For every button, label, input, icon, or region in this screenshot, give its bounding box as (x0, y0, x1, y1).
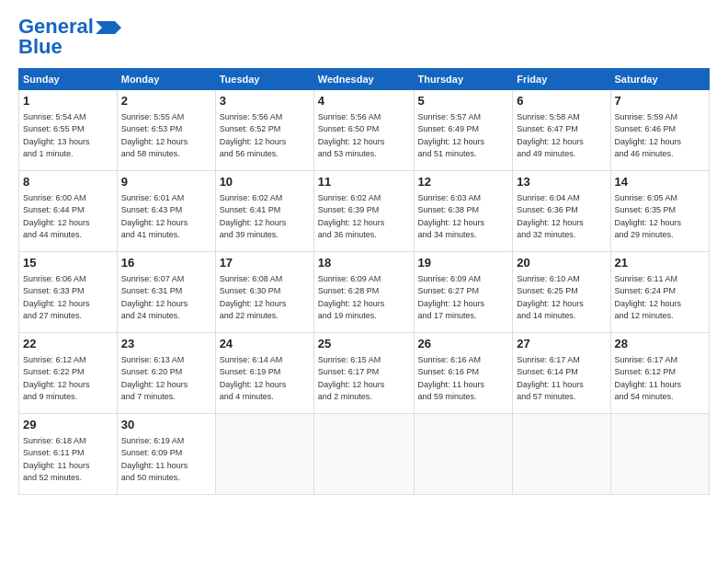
week-row-1: 1Sunrise: 5:54 AM Sunset: 6:55 PM Daylig… (19, 90, 710, 171)
table-row: 23Sunrise: 6:13 AM Sunset: 6:20 PM Dayli… (117, 333, 215, 414)
table-row (610, 414, 709, 495)
day-number: 7 (615, 93, 705, 109)
day-number: 5 (418, 93, 509, 109)
table-row: 12Sunrise: 6:03 AM Sunset: 6:38 PM Dayli… (414, 171, 513, 252)
table-row (313, 414, 414, 495)
day-info: Sunrise: 6:19 AM Sunset: 6:09 PM Dayligh… (121, 436, 188, 483)
day-info: Sunrise: 5:59 AM Sunset: 6:46 PM Dayligh… (615, 112, 682, 159)
table-row: 7Sunrise: 5:59 AM Sunset: 6:46 PM Daylig… (610, 90, 709, 171)
day-number: 26 (418, 336, 509, 352)
table-row: 26Sunrise: 6:16 AM Sunset: 6:16 PM Dayli… (414, 333, 513, 414)
day-info: Sunrise: 5:56 AM Sunset: 6:50 PM Dayligh… (318, 112, 385, 159)
day-info: Sunrise: 6:18 AM Sunset: 6:11 PM Dayligh… (23, 436, 90, 483)
header-row: SundayMondayTuesdayWednesdayThursdayFrid… (19, 69, 710, 90)
day-info: Sunrise: 6:14 AM Sunset: 6:19 PM Dayligh… (220, 355, 287, 402)
table-row: 28Sunrise: 6:17 AM Sunset: 6:12 PM Dayli… (610, 333, 709, 414)
day-info: Sunrise: 6:12 AM Sunset: 6:22 PM Dayligh… (23, 355, 90, 402)
table-row (414, 414, 513, 495)
day-number: 19 (418, 255, 509, 271)
day-info: Sunrise: 6:07 AM Sunset: 6:31 PM Dayligh… (121, 274, 188, 321)
table-row: 15Sunrise: 6:06 AM Sunset: 6:33 PM Dayli… (19, 252, 118, 333)
day-number: 2 (121, 93, 211, 109)
header: General Blue (18, 17, 710, 57)
day-info: Sunrise: 5:55 AM Sunset: 6:53 PM Dayligh… (121, 112, 188, 159)
table-row: 14Sunrise: 6:05 AM Sunset: 6:35 PM Dayli… (610, 171, 709, 252)
day-number: 17 (220, 255, 310, 271)
day-number: 11 (318, 174, 410, 190)
logo-text: General (18, 17, 94, 37)
day-info: Sunrise: 6:17 AM Sunset: 6:14 PM Dayligh… (517, 355, 584, 402)
day-info: Sunrise: 6:02 AM Sunset: 6:39 PM Dayligh… (318, 193, 385, 240)
day-info: Sunrise: 6:17 AM Sunset: 6:12 PM Dayligh… (615, 355, 682, 402)
day-info: Sunrise: 5:58 AM Sunset: 6:47 PM Dayligh… (517, 112, 584, 159)
day-number: 1 (23, 93, 113, 109)
day-number: 9 (121, 174, 211, 190)
table-row: 8Sunrise: 6:00 AM Sunset: 6:44 PM Daylig… (19, 171, 118, 252)
day-number: 6 (517, 93, 606, 109)
day-number: 29 (23, 417, 113, 433)
day-info: Sunrise: 6:02 AM Sunset: 6:41 PM Dayligh… (220, 193, 287, 240)
table-row: 4Sunrise: 5:56 AM Sunset: 6:50 PM Daylig… (313, 90, 414, 171)
table-row: 2Sunrise: 5:55 AM Sunset: 6:53 PM Daylig… (117, 90, 215, 171)
col-header-monday: Monday (117, 69, 215, 90)
svg-marker-0 (96, 21, 121, 34)
day-info: Sunrise: 6:05 AM Sunset: 6:35 PM Dayligh… (615, 193, 682, 240)
day-number: 15 (23, 255, 113, 271)
day-info: Sunrise: 6:09 AM Sunset: 6:28 PM Dayligh… (318, 274, 385, 321)
table-row: 20Sunrise: 6:10 AM Sunset: 6:25 PM Dayli… (513, 252, 610, 333)
day-number: 27 (517, 336, 606, 352)
day-number: 13 (517, 174, 606, 190)
table-row: 30Sunrise: 6:19 AM Sunset: 6:09 PM Dayli… (117, 414, 215, 495)
day-number: 22 (23, 336, 113, 352)
table-row: 24Sunrise: 6:14 AM Sunset: 6:19 PM Dayli… (215, 333, 313, 414)
day-number: 20 (517, 255, 606, 271)
table-row: 13Sunrise: 6:04 AM Sunset: 6:36 PM Dayli… (513, 171, 610, 252)
day-info: Sunrise: 6:00 AM Sunset: 6:44 PM Dayligh… (23, 193, 90, 240)
col-header-sunday: Sunday (19, 69, 118, 90)
table-row: 6Sunrise: 5:58 AM Sunset: 6:47 PM Daylig… (513, 90, 610, 171)
table-row: 18Sunrise: 6:09 AM Sunset: 6:28 PM Dayli… (313, 252, 414, 333)
day-number: 10 (220, 174, 310, 190)
day-number: 18 (318, 255, 410, 271)
table-row: 19Sunrise: 6:09 AM Sunset: 6:27 PM Dayli… (414, 252, 513, 333)
day-number: 4 (318, 93, 410, 109)
day-info: Sunrise: 6:09 AM Sunset: 6:27 PM Dayligh… (418, 274, 485, 321)
table-row: 5Sunrise: 5:57 AM Sunset: 6:49 PM Daylig… (414, 90, 513, 171)
week-row-2: 8Sunrise: 6:00 AM Sunset: 6:44 PM Daylig… (19, 171, 710, 252)
table-row (215, 414, 313, 495)
table-row: 17Sunrise: 6:08 AM Sunset: 6:30 PM Dayli… (215, 252, 313, 333)
day-info: Sunrise: 6:10 AM Sunset: 6:25 PM Dayligh… (517, 274, 584, 321)
col-header-saturday: Saturday (610, 69, 709, 90)
day-info: Sunrise: 5:57 AM Sunset: 6:49 PM Dayligh… (418, 112, 485, 159)
table-row (513, 414, 610, 495)
logo-icon (96, 21, 121, 34)
day-number: 8 (23, 174, 113, 190)
day-number: 30 (121, 417, 211, 433)
day-info: Sunrise: 6:06 AM Sunset: 6:33 PM Dayligh… (23, 274, 90, 321)
day-number: 12 (418, 174, 509, 190)
table-row: 21Sunrise: 6:11 AM Sunset: 6:24 PM Dayli… (610, 252, 709, 333)
day-info: Sunrise: 6:08 AM Sunset: 6:30 PM Dayligh… (220, 274, 287, 321)
day-number: 28 (615, 336, 705, 352)
col-header-tuesday: Tuesday (215, 69, 313, 90)
col-header-friday: Friday (513, 69, 610, 90)
week-row-3: 15Sunrise: 6:06 AM Sunset: 6:33 PM Dayli… (19, 252, 710, 333)
day-info: Sunrise: 6:16 AM Sunset: 6:16 PM Dayligh… (418, 355, 485, 402)
day-info: Sunrise: 6:13 AM Sunset: 6:20 PM Dayligh… (121, 355, 188, 402)
table-row: 10Sunrise: 6:02 AM Sunset: 6:41 PM Dayli… (215, 171, 313, 252)
day-number: 3 (220, 93, 310, 109)
table-row: 11Sunrise: 6:02 AM Sunset: 6:39 PM Dayli… (313, 171, 414, 252)
day-number: 23 (121, 336, 211, 352)
day-info: Sunrise: 6:11 AM Sunset: 6:24 PM Dayligh… (615, 274, 682, 321)
table-row: 1Sunrise: 5:54 AM Sunset: 6:55 PM Daylig… (19, 90, 118, 171)
table-row: 25Sunrise: 6:15 AM Sunset: 6:17 PM Dayli… (313, 333, 414, 414)
day-info: Sunrise: 6:04 AM Sunset: 6:36 PM Dayligh… (517, 193, 584, 240)
col-header-thursday: Thursday (414, 69, 513, 90)
day-info: Sunrise: 5:54 AM Sunset: 6:55 PM Dayligh… (23, 112, 90, 159)
day-info: Sunrise: 6:15 AM Sunset: 6:17 PM Dayligh… (318, 355, 385, 402)
day-number: 24 (220, 336, 310, 352)
table-row: 29Sunrise: 6:18 AM Sunset: 6:11 PM Dayli… (19, 414, 118, 495)
table-row: 9Sunrise: 6:01 AM Sunset: 6:43 PM Daylig… (117, 171, 215, 252)
day-info: Sunrise: 5:56 AM Sunset: 6:52 PM Dayligh… (220, 112, 287, 159)
day-info: Sunrise: 6:01 AM Sunset: 6:43 PM Dayligh… (121, 193, 188, 240)
